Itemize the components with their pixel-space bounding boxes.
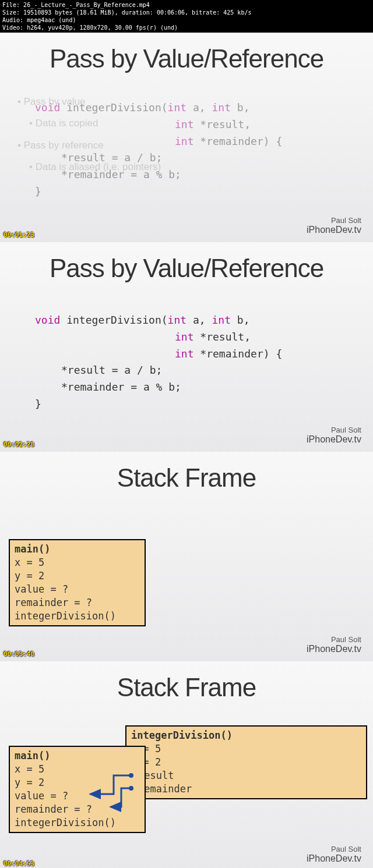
stack-frame-main: main() x = 5 y = 2 value = ? remainder =… [9, 746, 146, 833]
timestamp: 00:03:40 [3, 650, 34, 658]
slide-4: Stack Frame integerDivision() a = 5 b = … [0, 661, 373, 868]
credit: Paul Solt iPhoneDev.tv [307, 426, 361, 445]
timestamp: 00:01:23 [3, 231, 34, 239]
code-overlay: void integerDivision(int a, int b, int *… [35, 100, 282, 200]
credit: Paul Solt iPhoneDev.tv [307, 635, 361, 654]
slide-title: Stack Frame [17, 673, 356, 702]
slide-title: Pass by Value/Reference [17, 254, 356, 283]
credit: Paul Solt iPhoneDev.tv [307, 216, 361, 235]
timestamp: 00:04:53 [3, 860, 34, 867]
stack-frame-main: main() x = 5 y = 2 value = ? remainder =… [9, 539, 146, 626]
video-line: Video: h264, yuv420p, 1280x720, 30.00 fp… [2, 24, 371, 31]
slide-1: Pass by Value/Reference • Pass by value … [0, 33, 373, 242]
media-info-header: File: 26_-_Lecture_-_Pass_By_Reference.m… [0, 0, 373, 33]
slide-2: Pass by Value/Reference void integerDivi… [0, 242, 373, 452]
stack-frame-integer-division: integerDivision() a = 5 b = 2 result rem… [125, 725, 367, 799]
slide-title: Stack Frame [17, 463, 356, 493]
credit: Paul Solt iPhoneDev.tv [307, 845, 361, 864]
stack-container: main() x = 5 y = 2 value = ? remainder =… [17, 539, 356, 650]
stack-container: integerDivision() a = 5 b = 2 result rem… [17, 725, 356, 836]
size-line: Size: 19510893 bytes (18.61 MiB), durati… [2, 9, 371, 16]
slide-3: Stack Frame main() x = 5 y = 2 value = ?… [0, 452, 373, 661]
code-block: void integerDivision(int a, int b, int *… [35, 312, 356, 413]
audio-line: Audio: mpeg4aac (und) [2, 16, 371, 24]
timestamp: 00:02:28 [3, 441, 34, 448]
slide-title: Pass by Value/Reference [17, 44, 356, 73]
file-line: File: 26_-_Lecture_-_Pass_By_Reference.m… [2, 1, 371, 9]
